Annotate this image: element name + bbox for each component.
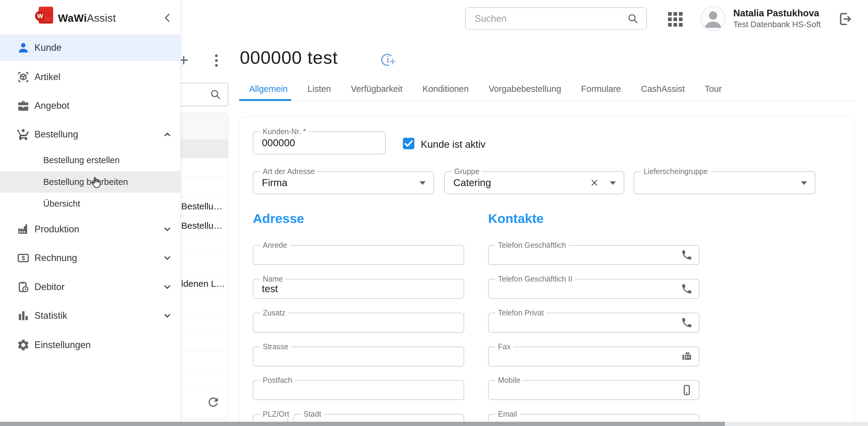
tab-allgemein[interactable]: Allgemein [239,81,298,97]
user-name: Natalia Pastukhova [733,8,819,19]
sidebar-item-kunde[interactable]: Kunde [0,34,181,61]
clear-icon[interactable]: × [590,175,598,190]
apps-grid-icon[interactable] [668,12,683,27]
chevron-down-icon[interactable] [420,181,426,185]
sidebar-collapse-icon[interactable] [162,13,173,23]
briefcase-icon [17,99,30,112]
chevron-down-icon[interactable] [610,181,616,185]
brand-title: WaWiAssist [58,12,116,24]
sidebar-item-bestellung[interactable]: Bestellung [0,120,181,149]
sidebar-item-rechnung[interactable]: $ Rechnung [0,244,181,272]
tab-verfuegbarkeit[interactable]: Verfügbarkeit [341,81,412,97]
gear-icon [17,338,30,352]
sidebar-item-artikel[interactable]: Artikel [0,63,181,91]
lieferscheingruppe-select[interactable]: Lieferscheingruppe [633,171,815,194]
tab-bar: Allgemein Listen Verfügbarkeit Kondition… [239,81,732,97]
info-add-icon[interactable]: i+ [381,54,396,68]
gruppe-select[interactable]: Gruppe Catering × [444,171,624,194]
chevron-up-icon[interactable] [162,130,172,139]
horizontal-scrollbar[interactable] [0,422,868,426]
telefon-privat-field[interactable]: Telefon Privat [488,313,700,333]
clipboard-clock-icon [17,280,30,294]
kunden-nr-field[interactable]: Kunden-Nr. * 000000 [253,131,386,154]
factory-icon [17,223,30,236]
sidebar-item-statistik[interactable]: Statistik [0,302,181,330]
sidebar: W WaWiAssist Kunde Artikel Angebot [0,0,181,422]
shopping-cart-icon [17,128,30,141]
avatar[interactable] [701,6,725,31]
brand-logo-letter: W [35,11,45,21]
chevron-down-icon[interactable] [162,224,172,234]
zusatz-field[interactable]: Zusatz [253,313,464,333]
mobile-field[interactable]: Mobile [488,380,700,400]
article-cube-icon [17,70,30,84]
logout-icon[interactable] [837,11,852,27]
svg-text:$: $ [22,255,25,261]
fax-icon [681,351,693,363]
user-subtitle: Test Datenbank HS-Soft [733,20,821,29]
chevron-down-icon[interactable] [801,181,807,185]
telefon-geschaeftlich-2-field[interactable]: Telefon Geschäftlich II [488,279,700,299]
tab-listen[interactable]: Listen [298,81,341,97]
mouse-cursor [89,176,103,189]
person-icon [17,41,30,54]
search-placeholder: Suchen [475,8,506,29]
strasse-field[interactable]: Strasse [253,346,464,366]
sidebar-item-debitor[interactable]: Debitor [0,273,181,301]
sidebar-item-einstellungen[interactable]: Einstellungen [0,331,181,359]
telefon-geschaeftlich-field[interactable]: Telefon Geschäftlich [488,245,700,265]
page-title: 000000 test [240,47,338,68]
kunde-aktiv-checkbox[interactable] [403,138,414,149]
tab-formulare[interactable]: Formulare [571,81,631,97]
art-der-adresse-select[interactable]: Art der Adresse Firma [253,171,434,194]
search-icon[interactable] [627,13,639,25]
tab-divider [239,101,855,101]
tab-vorgabebestellung[interactable]: Vorgabebestellung [479,81,571,97]
smartphone-icon [681,384,693,396]
name-field[interactable]: Name test [253,279,464,299]
postfach-field[interactable]: Postfach [253,380,464,400]
invoice-icon: $ [17,251,30,265]
fax-field[interactable]: Fax [488,346,700,366]
sidebar-item-angebot[interactable]: Angebot [0,92,181,120]
refresh-icon[interactable] [206,395,220,409]
anrede-field[interactable]: Anrede [253,245,464,265]
sidebar-item-bestellung-erstellen[interactable]: Bestellung erstellen [0,149,181,171]
phone-icon [681,249,693,261]
customer-form-card: Kunden-Nr. * 000000 Kunde ist aktiv Art … [239,117,855,426]
chevron-down-icon[interactable] [162,311,172,321]
adresse-heading: Adresse [253,211,304,226]
chevron-down-icon[interactable] [162,253,172,263]
phone-icon [681,316,693,329]
kontakte-heading: Kontakte [488,211,544,226]
global-search-input[interactable]: Suchen [465,7,647,30]
chevron-down-icon[interactable] [162,282,172,292]
scrollbar-thumb[interactable] [0,422,725,426]
active-tab-indicator [239,99,291,101]
kunde-aktiv-label: Kunde ist aktiv [421,139,486,150]
tab-tour[interactable]: Tour [695,81,732,97]
sidebar-item-produktion[interactable]: Produktion [0,215,181,244]
tab-cashassist[interactable]: CashAssist [631,81,695,97]
sidebar-item-uebersicht[interactable]: Übersicht [0,193,181,214]
kebab-menu-icon[interactable] [215,54,218,69]
search-icon [210,89,222,101]
bar-chart-icon [17,309,30,323]
tab-konditionen[interactable]: Konditionen [412,81,479,97]
phone-icon [681,283,693,295]
